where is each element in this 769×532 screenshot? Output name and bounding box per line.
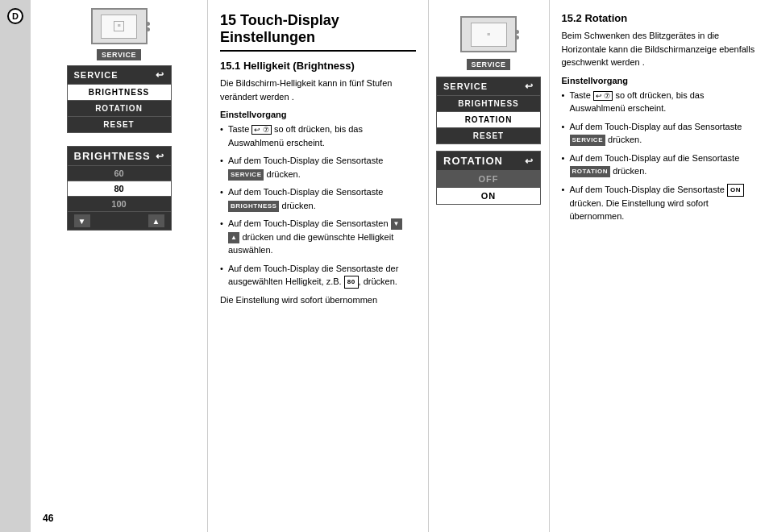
- right-device-screen: ≡: [471, 23, 507, 47]
- menu-back-arrow: ↩: [156, 69, 164, 81]
- left-text-content: 15 Touch-Display Einstellungen 15.1 Hell…: [208, 0, 429, 532]
- right-bullet-1: Taste ↩ ⑦ so oft drücken, bis das Auswah…: [562, 89, 758, 115]
- right-on-badge: ON: [727, 184, 744, 197]
- right-bullet-3: Auf dem Touch-Display auf die Sensortast…: [562, 152, 758, 178]
- rotation-back-arrow: ↩: [525, 156, 534, 167]
- right-knob-1: [515, 30, 519, 34]
- brightness-menu: BRIGHTNESS ↩ 60 80 100 ▼ ▲: [67, 146, 172, 231]
- knob-1: [146, 22, 150, 26]
- brightness-100: 100: [68, 196, 171, 211]
- device-illustration-right: ≡: [460, 16, 517, 52]
- bullet-1: Taste ↩ ⑦ so oft drücken, bis das Auswah…: [220, 123, 416, 149]
- right-section-title: 15.2 Rotation: [562, 12, 758, 24]
- bullet-5: Auf dem Touch-Display die Sensortaste de…: [220, 262, 416, 289]
- bullet-4: Auf dem Touch-Display die Sensortasten ▼…: [220, 217, 416, 257]
- brightness-60: 60: [68, 165, 171, 181]
- up-badge: ▲: [228, 232, 239, 243]
- service-menu-title: SERVICE: [74, 70, 118, 80]
- left-sidebar: D: [0, 0, 31, 532]
- right-bullet-4: Auf dem Touch-Display die Sensortaste ON…: [562, 183, 758, 223]
- arrow-up[interactable]: ▲: [148, 214, 164, 227]
- left-column: ≡ SERVICE SERVICE ↩ BRIGHT: [31, 0, 208, 532]
- section-letter: D: [7, 8, 23, 24]
- right-text-col: 15.2 Rotation Beim Schwenken des Blitzge…: [550, 0, 770, 532]
- right-bullet-2: Auf dem Touch-Display auf das Sensortast…: [562, 120, 758, 147]
- right-illustrations-col: ≡ SERVICE SERVICE ↩ BRIGHTNESS ROTATION …: [429, 0, 550, 532]
- footer-text: Die Einstellung wird sofort übernommen: [220, 293, 416, 307]
- rotation-title: ROTATION: [443, 155, 503, 167]
- brightness-80: 80: [68, 181, 171, 196]
- bullet-2: Auf dem Touch-Display die Sensortaste SE…: [220, 154, 416, 181]
- value-badge: 80: [344, 276, 359, 289]
- subsection-title: 15.1 Helligkeit (Brightness): [220, 60, 416, 72]
- right-menu-brightness: BRIGHTNESS: [437, 95, 540, 111]
- menu-item-rotation: ROTATION: [68, 100, 171, 116]
- right-intro-text: Beim Schwenken des Blitzgerätes in die H…: [562, 29, 758, 69]
- einstellvorgang-label: Einstellvorgang: [220, 110, 416, 119]
- brightness-header: BRIGHTNESS ↩: [68, 147, 171, 165]
- brightness-back-arrow: ↩: [156, 151, 164, 162]
- rotation-menu: ROTATION ↩ OFF ON: [436, 151, 541, 205]
- service-menu-header: SERVICE ↩: [68, 66, 171, 84]
- page-number: 46: [31, 505, 207, 532]
- right-service-badge: SERVICE: [570, 135, 605, 146]
- right-knob-2: [515, 35, 519, 39]
- intro-text: Die Bildschirm-Helligkeit kann in fünf S…: [220, 77, 416, 103]
- left-illustration-area: ≡ SERVICE SERVICE ↩ BRIGHT: [31, 0, 207, 247]
- right-service-title: SERVICE: [443, 81, 488, 91]
- service-menu-left: SERVICE ↩ BRIGHTNESS ROTATION RESET: [67, 65, 172, 133]
- brightness-badge: BRIGHTNESS: [228, 201, 279, 212]
- service-button-right: SERVICE: [467, 59, 511, 70]
- menu-item-reset: RESET: [68, 116, 171, 132]
- service-button-illustration: SERVICE: [97, 49, 141, 60]
- service-badge-1: SERVICE: [228, 169, 264, 181]
- right-back-arrow: ↩: [525, 81, 534, 92]
- service-menu-right: SERVICE ↩ BRIGHTNESS ROTATION RESET: [436, 77, 541, 144]
- key-badge-1: ↩ ⑦: [251, 125, 272, 135]
- section-title: 15 Touch-Display Einstellungen: [220, 12, 416, 52]
- brightness-arrows: ▼ ▲: [68, 211, 171, 230]
- bullet-3: Auf dem Touch-Display die Sensortaste BR…: [220, 185, 416, 212]
- right-menu-reset: RESET: [437, 127, 540, 143]
- knob-area: [146, 22, 150, 31]
- brightness-title: BRIGHTNESS: [74, 150, 151, 162]
- right-knob-area: [515, 30, 519, 39]
- right-einstellvorgang: Einstellvorgang: [562, 76, 758, 85]
- rotation-header: ROTATION ↩: [437, 152, 540, 170]
- right-service-menu-header: SERVICE ↩: [437, 77, 540, 95]
- device-illustration-left: ≡: [91, 8, 148, 44]
- right-key-badge: ↩ ⑦: [593, 91, 613, 101]
- device-screen: ≡: [101, 15, 137, 39]
- rotation-on: ON: [437, 187, 540, 204]
- rotation-off: OFF: [437, 170, 540, 187]
- knob-2: [146, 27, 150, 31]
- arrow-down[interactable]: ▼: [74, 214, 90, 227]
- right-menu-rotation: ROTATION: [437, 111, 540, 127]
- down-badge: ▼: [391, 218, 402, 230]
- main-content: ≡ SERVICE SERVICE ↩ BRIGHT: [31, 0, 769, 532]
- right-rotation-badge: ROTATION: [570, 166, 611, 177]
- menu-item-brightness: BRIGHTNESS: [68, 84, 171, 100]
